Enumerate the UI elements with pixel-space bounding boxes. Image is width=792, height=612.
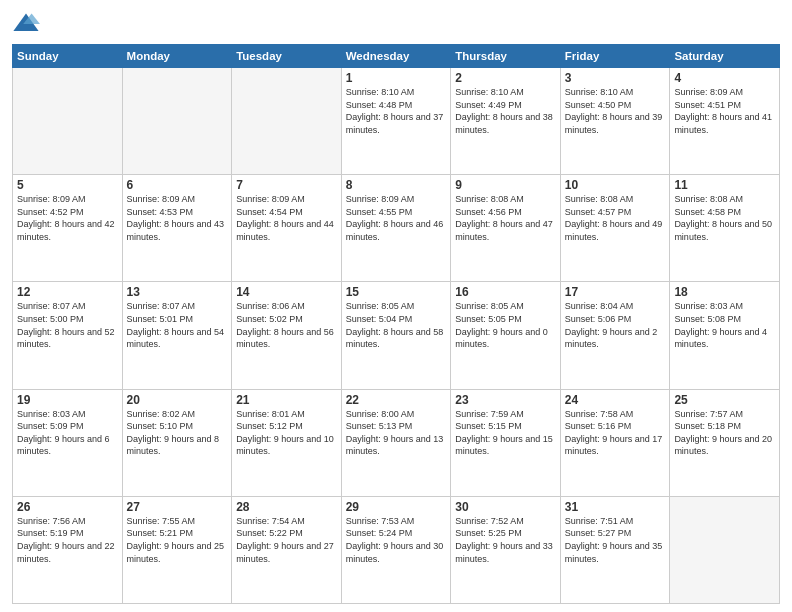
day-info: Sunrise: 8:09 AMSunset: 4:53 PMDaylight:… xyxy=(127,193,228,243)
day-info: Sunrise: 7:55 AMSunset: 5:21 PMDaylight:… xyxy=(127,515,228,565)
calendar-cell: 18 Sunrise: 8:03 AMSunset: 5:08 PMDaylig… xyxy=(670,282,780,389)
calendar-cell: 28 Sunrise: 7:54 AMSunset: 5:22 PMDaylig… xyxy=(232,496,342,603)
day-info: Sunrise: 8:05 AMSunset: 5:05 PMDaylight:… xyxy=(455,300,556,350)
calendar-cell: 12 Sunrise: 8:07 AMSunset: 5:00 PMDaylig… xyxy=(13,282,123,389)
weekday-header-saturday: Saturday xyxy=(670,45,780,68)
calendar-cell: 26 Sunrise: 7:56 AMSunset: 5:19 PMDaylig… xyxy=(13,496,123,603)
calendar-week-4: 19 Sunrise: 8:03 AMSunset: 5:09 PMDaylig… xyxy=(13,389,780,496)
weekday-header-tuesday: Tuesday xyxy=(232,45,342,68)
day-info: Sunrise: 8:01 AMSunset: 5:12 PMDaylight:… xyxy=(236,408,337,458)
calendar-header-row: SundayMondayTuesdayWednesdayThursdayFrid… xyxy=(13,45,780,68)
day-number: 17 xyxy=(565,285,666,299)
weekday-header-sunday: Sunday xyxy=(13,45,123,68)
day-info: Sunrise: 7:59 AMSunset: 5:15 PMDaylight:… xyxy=(455,408,556,458)
day-info: Sunrise: 8:02 AMSunset: 5:10 PMDaylight:… xyxy=(127,408,228,458)
weekday-header-friday: Friday xyxy=(560,45,670,68)
calendar-cell: 10 Sunrise: 8:08 AMSunset: 4:57 PMDaylig… xyxy=(560,175,670,282)
day-number: 16 xyxy=(455,285,556,299)
calendar-cell: 31 Sunrise: 7:51 AMSunset: 5:27 PMDaylig… xyxy=(560,496,670,603)
header xyxy=(12,10,780,38)
calendar-cell: 13 Sunrise: 8:07 AMSunset: 5:01 PMDaylig… xyxy=(122,282,232,389)
weekday-header-wednesday: Wednesday xyxy=(341,45,451,68)
day-info: Sunrise: 8:07 AMSunset: 5:00 PMDaylight:… xyxy=(17,300,118,350)
day-number: 1 xyxy=(346,71,447,85)
day-number: 11 xyxy=(674,178,775,192)
calendar-week-2: 5 Sunrise: 8:09 AMSunset: 4:52 PMDayligh… xyxy=(13,175,780,282)
day-number: 12 xyxy=(17,285,118,299)
day-number: 13 xyxy=(127,285,228,299)
calendar-cell: 19 Sunrise: 8:03 AMSunset: 5:09 PMDaylig… xyxy=(13,389,123,496)
day-number: 27 xyxy=(127,500,228,514)
calendar-cell: 5 Sunrise: 8:09 AMSunset: 4:52 PMDayligh… xyxy=(13,175,123,282)
day-info: Sunrise: 8:08 AMSunset: 4:56 PMDaylight:… xyxy=(455,193,556,243)
day-info: Sunrise: 8:04 AMSunset: 5:06 PMDaylight:… xyxy=(565,300,666,350)
day-number: 10 xyxy=(565,178,666,192)
day-number: 23 xyxy=(455,393,556,407)
day-info: Sunrise: 8:08 AMSunset: 4:58 PMDaylight:… xyxy=(674,193,775,243)
day-info: Sunrise: 8:03 AMSunset: 5:08 PMDaylight:… xyxy=(674,300,775,350)
day-number: 3 xyxy=(565,71,666,85)
calendar-cell: 3 Sunrise: 8:10 AMSunset: 4:50 PMDayligh… xyxy=(560,68,670,175)
day-number: 8 xyxy=(346,178,447,192)
day-info: Sunrise: 8:09 AMSunset: 4:51 PMDaylight:… xyxy=(674,86,775,136)
calendar-cell: 21 Sunrise: 8:01 AMSunset: 5:12 PMDaylig… xyxy=(232,389,342,496)
weekday-header-thursday: Thursday xyxy=(451,45,561,68)
calendar-cell: 27 Sunrise: 7:55 AMSunset: 5:21 PMDaylig… xyxy=(122,496,232,603)
day-number: 20 xyxy=(127,393,228,407)
day-number: 15 xyxy=(346,285,447,299)
day-number: 18 xyxy=(674,285,775,299)
day-number: 7 xyxy=(236,178,337,192)
calendar-table: SundayMondayTuesdayWednesdayThursdayFrid… xyxy=(12,44,780,604)
calendar-week-1: 1 Sunrise: 8:10 AMSunset: 4:48 PMDayligh… xyxy=(13,68,780,175)
day-number: 22 xyxy=(346,393,447,407)
day-info: Sunrise: 8:05 AMSunset: 5:04 PMDaylight:… xyxy=(346,300,447,350)
calendar-cell: 15 Sunrise: 8:05 AMSunset: 5:04 PMDaylig… xyxy=(341,282,451,389)
day-info: Sunrise: 7:53 AMSunset: 5:24 PMDaylight:… xyxy=(346,515,447,565)
day-number: 14 xyxy=(236,285,337,299)
day-number: 26 xyxy=(17,500,118,514)
logo xyxy=(12,10,44,38)
day-info: Sunrise: 8:00 AMSunset: 5:13 PMDaylight:… xyxy=(346,408,447,458)
calendar-cell: 11 Sunrise: 8:08 AMSunset: 4:58 PMDaylig… xyxy=(670,175,780,282)
calendar-cell: 7 Sunrise: 8:09 AMSunset: 4:54 PMDayligh… xyxy=(232,175,342,282)
day-number: 6 xyxy=(127,178,228,192)
calendar-cell xyxy=(122,68,232,175)
calendar-cell xyxy=(13,68,123,175)
day-number: 31 xyxy=(565,500,666,514)
calendar-cell: 23 Sunrise: 7:59 AMSunset: 5:15 PMDaylig… xyxy=(451,389,561,496)
calendar-cell xyxy=(232,68,342,175)
calendar-cell: 4 Sunrise: 8:09 AMSunset: 4:51 PMDayligh… xyxy=(670,68,780,175)
calendar-cell: 20 Sunrise: 8:02 AMSunset: 5:10 PMDaylig… xyxy=(122,389,232,496)
day-number: 9 xyxy=(455,178,556,192)
calendar-cell: 25 Sunrise: 7:57 AMSunset: 5:18 PMDaylig… xyxy=(670,389,780,496)
day-info: Sunrise: 8:10 AMSunset: 4:48 PMDaylight:… xyxy=(346,86,447,136)
day-number: 24 xyxy=(565,393,666,407)
day-info: Sunrise: 7:51 AMSunset: 5:27 PMDaylight:… xyxy=(565,515,666,565)
page: SundayMondayTuesdayWednesdayThursdayFrid… xyxy=(0,0,792,612)
calendar-cell: 1 Sunrise: 8:10 AMSunset: 4:48 PMDayligh… xyxy=(341,68,451,175)
day-number: 19 xyxy=(17,393,118,407)
calendar-cell: 8 Sunrise: 8:09 AMSunset: 4:55 PMDayligh… xyxy=(341,175,451,282)
day-number: 21 xyxy=(236,393,337,407)
day-number: 29 xyxy=(346,500,447,514)
calendar-cell: 6 Sunrise: 8:09 AMSunset: 4:53 PMDayligh… xyxy=(122,175,232,282)
day-number: 4 xyxy=(674,71,775,85)
calendar-cell: 9 Sunrise: 8:08 AMSunset: 4:56 PMDayligh… xyxy=(451,175,561,282)
day-number: 30 xyxy=(455,500,556,514)
day-number: 25 xyxy=(674,393,775,407)
day-info: Sunrise: 8:08 AMSunset: 4:57 PMDaylight:… xyxy=(565,193,666,243)
day-info: Sunrise: 7:57 AMSunset: 5:18 PMDaylight:… xyxy=(674,408,775,458)
calendar-cell: 17 Sunrise: 8:04 AMSunset: 5:06 PMDaylig… xyxy=(560,282,670,389)
day-info: Sunrise: 7:54 AMSunset: 5:22 PMDaylight:… xyxy=(236,515,337,565)
weekday-header-monday: Monday xyxy=(122,45,232,68)
day-number: 5 xyxy=(17,178,118,192)
calendar-cell xyxy=(670,496,780,603)
day-info: Sunrise: 7:52 AMSunset: 5:25 PMDaylight:… xyxy=(455,515,556,565)
logo-icon xyxy=(12,10,40,38)
day-info: Sunrise: 8:07 AMSunset: 5:01 PMDaylight:… xyxy=(127,300,228,350)
day-info: Sunrise: 8:09 AMSunset: 4:52 PMDaylight:… xyxy=(17,193,118,243)
calendar-cell: 2 Sunrise: 8:10 AMSunset: 4:49 PMDayligh… xyxy=(451,68,561,175)
calendar-cell: 16 Sunrise: 8:05 AMSunset: 5:05 PMDaylig… xyxy=(451,282,561,389)
day-info: Sunrise: 8:09 AMSunset: 4:54 PMDaylight:… xyxy=(236,193,337,243)
calendar-week-5: 26 Sunrise: 7:56 AMSunset: 5:19 PMDaylig… xyxy=(13,496,780,603)
